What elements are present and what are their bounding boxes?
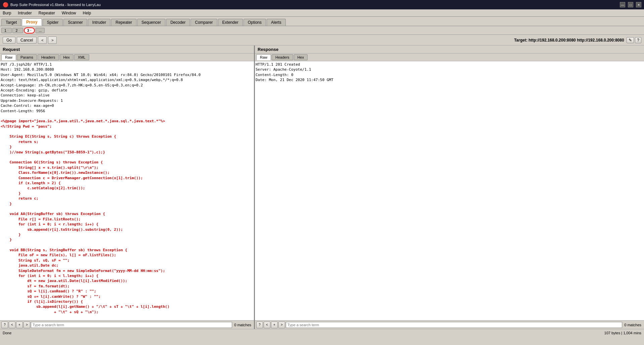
edit-target-button[interactable]: ✎: [627, 37, 634, 43]
request-content: PUT /3.jsp%20/ HTTP/1.1 Host: 192.168.0.…: [0, 61, 254, 320]
request-search-next[interactable]: >: [23, 322, 30, 328]
response-search-next-add[interactable]: +: [271, 322, 278, 328]
tab-intruder[interactable]: Intruder: [88, 19, 110, 26]
sub-tab-more[interactable]: ...: [36, 28, 45, 33]
tab-proxy[interactable]: Proxy: [22, 18, 42, 26]
title-bar-left: 🔴 Burp Suite Professional v1.6beta - lic…: [3, 2, 101, 7]
help-button[interactable]: ?: [635, 37, 641, 43]
request-tab-params[interactable]: Params: [17, 54, 37, 60]
request-search-prev[interactable]: <: [9, 322, 15, 328]
menu-intruder[interactable]: Intruder: [16, 10, 33, 16]
request-tab-headers[interactable]: Headers: [38, 54, 59, 60]
request-search-input[interactable]: [31, 322, 232, 328]
response-panel: Response Raw Headers Hex HTTP/1.1 201 Cr…: [255, 46, 644, 329]
toolbar: Go Cancel < > Target: http://192.168.0.2…: [0, 35, 644, 46]
app-title: Burp Suite Professional v1.6beta - licen…: [10, 3, 101, 7]
menu-burp[interactable]: Burp: [1, 10, 12, 16]
response-text: HTTP/1.1 201 Created Server: Apache-Coyo…: [256, 62, 643, 83]
response-search-next[interactable]: >: [278, 322, 285, 328]
app-icon: 🔴: [3, 2, 8, 7]
response-tab-headers[interactable]: Headers: [272, 54, 293, 60]
response-content: HTTP/1.1 201 Created Server: Apache-Coyo…: [255, 61, 644, 320]
tab-spider[interactable]: Spider: [43, 19, 63, 26]
request-matches-label: 0 matches: [233, 323, 253, 327]
request-header: Request: [0, 46, 254, 54]
tab-scanner[interactable]: Scanner: [63, 19, 87, 26]
status-bar: Done 107 bytes | 1,004 mins: [0, 329, 644, 336]
target-url: http://192.168.0.200:8080: [577, 38, 624, 43]
toolbar-left: Go Cancel < >: [3, 37, 57, 44]
tab-extender[interactable]: Extender: [218, 19, 243, 26]
menu-repeater[interactable]: Repeater: [37, 10, 56, 16]
menu-window[interactable]: Window: [60, 10, 77, 16]
response-tabs: Raw Headers Hex: [255, 54, 644, 61]
sub-tab-1[interactable]: 1 ×: [1, 28, 12, 33]
response-search-prev[interactable]: <: [264, 322, 270, 328]
request-panel: Request Raw Params Headers Hex XML PUT /…: [0, 46, 255, 329]
tab-decoder[interactable]: Decoder: [166, 19, 190, 26]
request-tab-xml[interactable]: XML: [74, 54, 89, 60]
response-tab-raw[interactable]: Raw: [256, 54, 271, 60]
maximize-button[interactable]: □: [628, 2, 633, 7]
sub-tab-2[interactable]: 2 ×: [12, 28, 23, 33]
tab-comparer[interactable]: Comparer: [191, 19, 217, 26]
request-tab-hex[interactable]: Hex: [60, 54, 74, 60]
close-button[interactable]: ✕: [636, 2, 641, 7]
sub-tab-3[interactable]: 3 ×: [24, 27, 35, 33]
tab-options[interactable]: Options: [244, 19, 266, 26]
tab-sequencer[interactable]: Sequencer: [137, 19, 165, 26]
menu-help[interactable]: Help: [82, 10, 93, 16]
cancel-button[interactable]: Cancel: [17, 37, 37, 44]
back-button[interactable]: <: [38, 37, 47, 44]
sub-tab-bar: 1 × 2 × 3 × ...: [0, 26, 644, 35]
response-search-bar: ? < + > 0 matches: [255, 320, 644, 329]
title-bar-controls: — □ ✕: [620, 2, 641, 7]
response-title: Response: [258, 47, 278, 52]
menu-bar: Burp Intruder Repeater Window Help: [0, 9, 644, 17]
request-search-next-add[interactable]: +: [16, 322, 23, 328]
minimize-button[interactable]: —: [620, 2, 625, 7]
tab-target[interactable]: Target: [1, 19, 21, 26]
request-search-help[interactable]: ?: [1, 322, 8, 328]
target-info: Target: http://192.168.0.200:8080 http:/…: [514, 37, 641, 43]
tab-repeater[interactable]: Repeater: [111, 19, 136, 26]
go-button[interactable]: Go: [3, 37, 15, 44]
response-tab-hex[interactable]: Hex: [294, 54, 308, 60]
tab-alerts[interactable]: Alerts: [267, 19, 286, 26]
main-content: Request Raw Params Headers Hex XML PUT /…: [0, 46, 644, 329]
status-info: 107 bytes | 1,004 mins: [604, 331, 641, 335]
response-search-input[interactable]: [286, 322, 622, 328]
request-tab-raw[interactable]: Raw: [1, 54, 16, 60]
request-text: PUT /3.jsp%20/ HTTP/1.1 Host: 192.168.0.…: [1, 62, 253, 315]
request-tabs: Raw Params Headers Hex XML: [0, 54, 254, 61]
response-matches-label: 0 matches: [623, 323, 643, 327]
forward-button[interactable]: >: [48, 37, 57, 44]
response-search-help[interactable]: ?: [256, 322, 263, 328]
title-bar: 🔴 Burp Suite Professional v1.6beta - lic…: [0, 0, 644, 9]
request-title: Request: [3, 47, 20, 52]
target-label: Target: http://192.168.0.200:8080: [514, 38, 576, 43]
main-tab-bar: Target Proxy Spider Scanner Intruder Rep…: [0, 17, 644, 26]
response-header: Response: [255, 46, 644, 54]
request-search-bar: ? < + > 0 matches: [0, 320, 254, 329]
status-text: Done: [3, 331, 11, 335]
